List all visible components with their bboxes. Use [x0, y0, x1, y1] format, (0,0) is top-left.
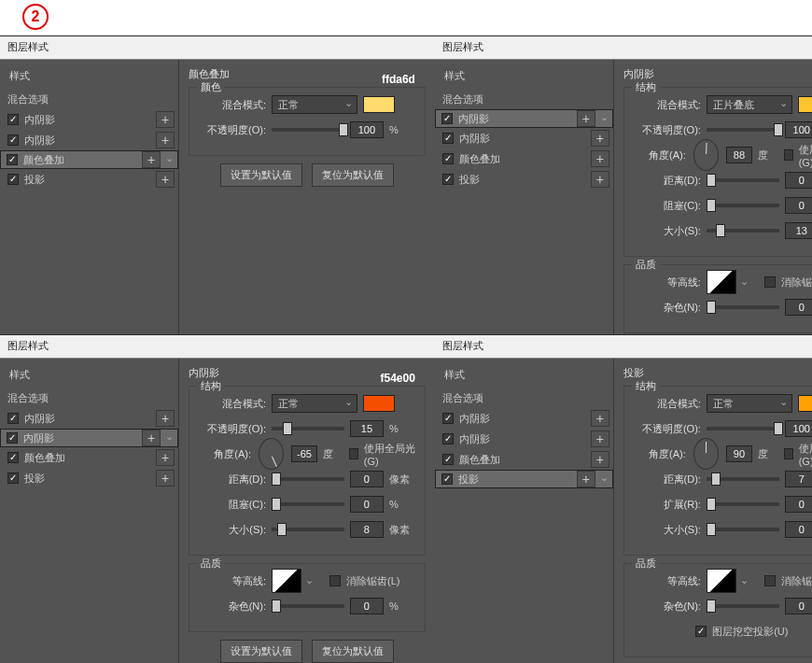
- contour-picker[interactable]: [707, 569, 736, 593]
- noise-input[interactable]: 0: [785, 598, 812, 614]
- effect-row[interactable]: 内阴影+: [0, 130, 178, 150]
- global-light-check[interactable]: [784, 149, 793, 161]
- effect-check[interactable]: [442, 174, 454, 185]
- size-input[interactable]: 8: [350, 521, 384, 538]
- effect-row[interactable]: 投影+: [435, 169, 613, 190]
- choke-input[interactable]: 0: [785, 197, 812, 214]
- add-effect-icon[interactable]: +: [142, 151, 161, 168]
- effect-check[interactable]: [441, 473, 453, 485]
- choke-slider[interactable]: [707, 204, 779, 207]
- effect-check[interactable]: [7, 134, 19, 146]
- distance-slider[interactable]: [272, 477, 344, 481]
- color-swatch[interactable]: [798, 395, 812, 412]
- size-slider[interactable]: [707, 229, 779, 233]
- opacity-slider[interactable]: [707, 427, 779, 430]
- effect-row[interactable]: 内阴影+: [0, 408, 178, 429]
- effect-row[interactable]: 投影+: [435, 470, 613, 488]
- effect-check[interactable]: [7, 432, 18, 444]
- add-effect-icon[interactable]: +: [591, 171, 609, 188]
- add-effect-icon[interactable]: +: [591, 130, 609, 147]
- add-effect-icon[interactable]: +: [591, 150, 609, 167]
- effect-check[interactable]: [7, 114, 19, 125]
- antialias-check[interactable]: [329, 575, 341, 586]
- antialias-check[interactable]: [764, 276, 776, 288]
- blend-mode-select[interactable]: 正常: [272, 95, 357, 114]
- set-default-button[interactable]: 设置为默认值: [220, 640, 302, 663]
- reset-default-button[interactable]: 复位为默认值: [312, 163, 394, 187]
- opacity-input[interactable]: 100: [785, 121, 812, 138]
- blend-mode-select[interactable]: 正片叠底: [707, 95, 792, 114]
- opacity-input[interactable]: 100: [785, 420, 812, 437]
- effect-check[interactable]: [7, 154, 18, 165]
- effect-check[interactable]: [442, 133, 454, 144]
- effect-row[interactable]: 内阴影+: [435, 109, 613, 128]
- spread-slider[interactable]: [707, 502, 779, 506]
- effect-row[interactable]: 内阴影+: [0, 429, 178, 447]
- noise-slider[interactable]: [272, 604, 344, 608]
- add-effect-icon[interactable]: +: [591, 451, 609, 468]
- blend-options[interactable]: 混合选项: [435, 89, 613, 109]
- noise-input[interactable]: 0: [350, 598, 384, 614]
- add-effect-icon[interactable]: +: [156, 470, 175, 487]
- effect-check[interactable]: [442, 413, 454, 424]
- add-effect-icon[interactable]: +: [577, 471, 595, 487]
- noise-input[interactable]: 0: [785, 299, 812, 316]
- spread-input[interactable]: 0: [785, 496, 812, 513]
- effect-check[interactable]: [7, 413, 19, 424]
- effect-check[interactable]: [441, 113, 453, 124]
- add-effect-icon[interactable]: +: [156, 171, 175, 188]
- add-effect-icon[interactable]: +: [591, 410, 609, 427]
- color-swatch[interactable]: [363, 96, 395, 113]
- distance-input[interactable]: 0: [350, 471, 384, 487]
- add-effect-icon[interactable]: +: [156, 111, 175, 128]
- global-light-check[interactable]: [784, 448, 793, 459]
- noise-slider[interactable]: [707, 604, 779, 608]
- add-effect-icon[interactable]: +: [156, 132, 175, 148]
- angle-dial[interactable]: [693, 139, 719, 171]
- distance-slider[interactable]: [707, 178, 779, 182]
- effect-row[interactable]: 颜色叠加+: [435, 449, 613, 470]
- blend-mode-select[interactable]: 正常: [707, 394, 792, 413]
- effect-check[interactable]: [7, 452, 19, 463]
- blend-mode-select[interactable]: 正常: [272, 394, 357, 413]
- add-effect-icon[interactable]: +: [156, 449, 175, 466]
- add-effect-icon[interactable]: +: [156, 410, 175, 427]
- color-swatch[interactable]: [798, 96, 812, 113]
- effect-check[interactable]: [7, 174, 19, 185]
- add-effect-icon[interactable]: +: [591, 430, 609, 447]
- size-input[interactable]: 13: [785, 222, 812, 239]
- effect-check[interactable]: [7, 473, 19, 484]
- set-default-button[interactable]: 设置为默认值: [220, 163, 302, 187]
- global-light-check[interactable]: [349, 448, 358, 459]
- effect-row[interactable]: 颜色叠加+: [435, 148, 613, 169]
- effect-row[interactable]: 内阴影+: [435, 429, 613, 449]
- blend-options[interactable]: 混合选项: [435, 388, 613, 408]
- opacity-slider[interactable]: [272, 427, 344, 430]
- effect-row[interactable]: 内阴影+: [435, 408, 613, 429]
- contour-picker[interactable]: [707, 270, 736, 294]
- effect-row[interactable]: 内阴影+: [435, 128, 613, 148]
- contour-picker[interactable]: [272, 569, 301, 593]
- distance-input[interactable]: 7: [785, 471, 812, 487]
- add-effect-icon[interactable]: +: [577, 110, 595, 127]
- size-slider[interactable]: [272, 528, 344, 531]
- effect-check[interactable]: [442, 433, 454, 444]
- reset-default-button[interactable]: 复位为默认值: [312, 640, 394, 663]
- distance-input[interactable]: 0: [785, 172, 812, 189]
- add-effect-icon[interactable]: +: [142, 430, 161, 446]
- angle-input[interactable]: -65: [291, 445, 317, 462]
- opacity-input[interactable]: 100: [350, 121, 384, 138]
- size-slider[interactable]: [707, 528, 779, 531]
- effect-check[interactable]: [442, 153, 454, 164]
- distance-slider[interactable]: [707, 477, 779, 481]
- noise-slider[interactable]: [707, 305, 779, 309]
- effect-row[interactable]: 颜色叠加+: [0, 150, 178, 169]
- effect-row[interactable]: 投影+: [0, 169, 178, 190]
- size-input[interactable]: 0: [785, 521, 812, 538]
- opacity-slider[interactable]: [707, 128, 779, 132]
- effect-row[interactable]: 投影+: [0, 468, 178, 488]
- color-swatch[interactable]: [363, 395, 395, 412]
- blend-options[interactable]: 混合选项: [0, 388, 178, 408]
- choke-slider[interactable]: [272, 502, 344, 506]
- effect-row[interactable]: 内阴影+: [0, 109, 178, 130]
